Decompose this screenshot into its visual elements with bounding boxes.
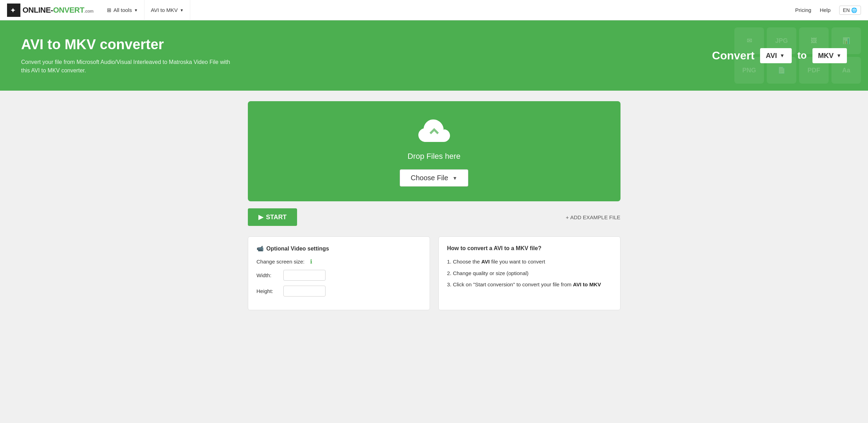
start-button[interactable]: ▶ START [248, 208, 297, 226]
all-tools-nav[interactable]: ⊞ All tools ▼ [101, 0, 144, 20]
from-format-selector[interactable]: AVI ▼ [760, 48, 792, 63]
drop-files-text: Drop Files here [407, 152, 460, 161]
optional-settings-title: 📹 Optional Video settings [257, 245, 421, 252]
pricing-link[interactable]: Pricing [795, 7, 811, 13]
how-to-step-2: 2. Change quality or size (optional) [447, 269, 612, 278]
how-to-panel: How to convert a AVI to a MKV file? 1. C… [438, 236, 621, 310]
grid-icon: ⊞ [107, 7, 111, 13]
nav-right: Pricing Help EN 🌐 [795, 6, 861, 15]
to-format-value: MKV [818, 52, 834, 60]
choose-file-button[interactable]: Choose File ▼ [400, 169, 468, 187]
logo[interactable]: ✦ ONLINE-ONVERT.com [7, 4, 94, 17]
screen-size-row: Change screen size: ℹ [257, 258, 421, 265]
current-format-chevron: ▼ [180, 8, 184, 12]
how-to-step-1: 1. Choose the AVI file you want to conve… [447, 258, 612, 266]
help-link[interactable]: Help [820, 7, 831, 13]
language-selector[interactable]: EN 🌐 [839, 6, 861, 15]
add-icon: + [566, 214, 569, 220]
start-icon: ▶ [258, 213, 263, 221]
cloud-upload-icon [418, 119, 450, 146]
to-format-selector[interactable]: MKV ▼ [812, 48, 847, 63]
all-tools-label: All tools [114, 7, 132, 13]
width-row: Width: [257, 270, 421, 281]
choose-file-chevron: ▼ [452, 175, 457, 181]
main-content: Drop Files here Choose File ▼ ▶ START + … [241, 91, 628, 321]
height-input[interactable] [283, 286, 326, 297]
from-format-value: AVI [766, 52, 777, 60]
all-tools-chevron: ▼ [134, 8, 138, 12]
from-format-chevron: ▼ [780, 53, 785, 58]
start-label: START [266, 214, 287, 221]
upload-dropzone[interactable]: Drop Files here Choose File ▼ [248, 101, 621, 201]
lang-label: EN [843, 7, 850, 13]
logo-text: ONLINE-ONVERT.com [22, 6, 94, 15]
globe-icon: 🌐 [851, 7, 857, 13]
choose-file-label: Choose File [411, 174, 448, 182]
how-to-step-3: 3. Click on "Start conversion" to conver… [447, 281, 612, 289]
logo-icon: ✦ [7, 4, 20, 17]
screen-size-label: Change screen size: [257, 259, 305, 265]
width-input[interactable] [283, 270, 326, 281]
width-label: Width: [257, 272, 278, 278]
current-format-nav[interactable]: AVI to MKV ▼ [144, 0, 190, 20]
hero-right: Convert AVI ▼ to MKV ▼ [712, 48, 847, 63]
lower-grid: 📹 Optional Video settings Change screen … [248, 236, 621, 310]
video-icon: 📹 [257, 245, 264, 252]
height-row: Height: [257, 286, 421, 297]
action-row: ▶ START + ADD EXAMPLE FILE [248, 208, 621, 226]
how-to-list: 1. Choose the AVI file you want to conve… [447, 258, 612, 289]
page-title: AVI to MKV converter [21, 37, 232, 52]
optional-settings-panel: 📹 Optional Video settings Change screen … [248, 236, 430, 310]
add-example-label: ADD EXAMPLE FILE [570, 214, 621, 220]
height-label: Height: [257, 288, 278, 294]
svg-text:✦: ✦ [10, 7, 15, 14]
hero-banner: ✉ JPG 🖼 📊 PNG 📄 PDF Aa AVI to MKV conver… [0, 20, 868, 91]
screen-size-info-icon[interactable]: ℹ [310, 258, 312, 265]
to-format-chevron: ▼ [836, 53, 841, 58]
hero-left: AVI to MKV converter Convert your file f… [21, 37, 232, 75]
current-format-label: AVI to MKV [151, 7, 178, 13]
header: ✦ ONLINE-ONVERT.com ⊞ All tools ▼ AVI to… [0, 0, 868, 20]
convert-label: Convert [712, 49, 754, 62]
hero-description: Convert your file from Microsoft Audio/V… [21, 58, 232, 75]
add-example-button[interactable]: + ADD EXAMPLE FILE [566, 214, 620, 220]
to-label: to [797, 50, 806, 61]
how-to-title: How to convert a AVI to a MKV file? [447, 245, 612, 252]
